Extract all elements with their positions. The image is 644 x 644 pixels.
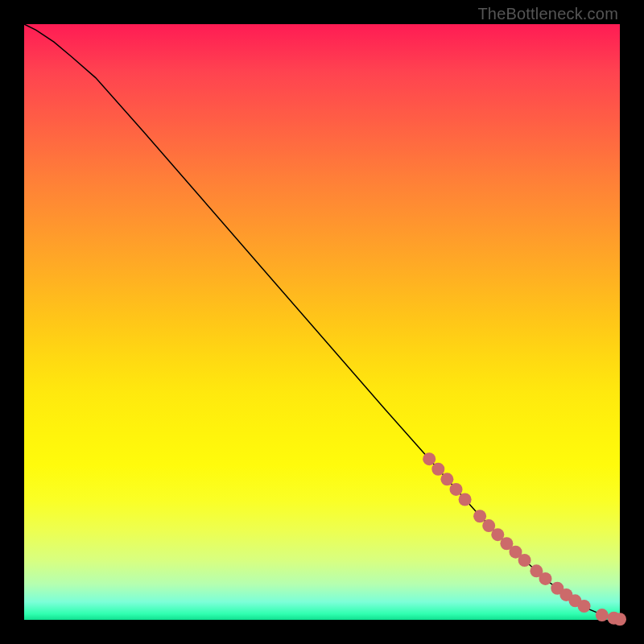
data-marker [450, 483, 463, 496]
data-marker [423, 452, 436, 465]
data-marker [459, 493, 472, 506]
data-marker [431, 463, 444, 476]
data-marker [518, 554, 531, 567]
data-marker [440, 473, 453, 485]
data-marker [613, 613, 626, 625]
chart-svg [0, 0, 644, 644]
main-curve [24, 24, 620, 619]
data-marker [539, 572, 552, 585]
data-marker [596, 609, 609, 621]
data-marker [578, 600, 591, 613]
chart-canvas: TheBottleneck.com [0, 0, 644, 644]
data-marker [473, 510, 486, 522]
